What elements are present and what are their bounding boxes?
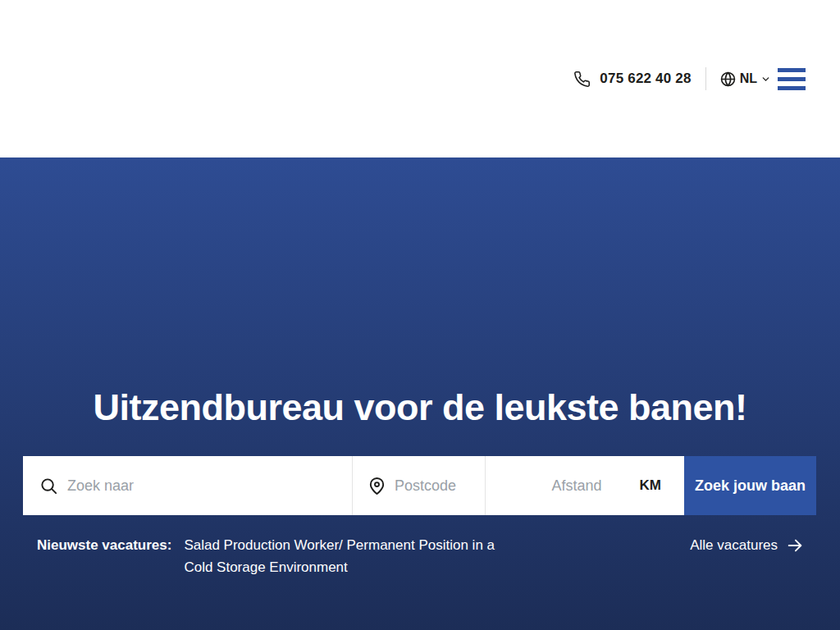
distance-unit[interactable]: KM bbox=[640, 477, 661, 494]
hamburger-menu-icon bbox=[778, 68, 806, 72]
header-actions: 075 622 40 28 NL bbox=[573, 67, 806, 90]
map-pin-icon bbox=[368, 477, 386, 495]
all-vacancies-link[interactable]: Alle vacatures bbox=[690, 534, 804, 556]
distance-input[interactable] bbox=[528, 477, 602, 495]
page: 075 622 40 28 NL Ui bbox=[0, 0, 840, 630]
postcode-input[interactable] bbox=[395, 477, 485, 495]
latest-vacancies-row: Nieuwste vacatures: Salad Production Wor… bbox=[37, 534, 804, 578]
postcode-field bbox=[353, 456, 486, 515]
chevron-down-icon bbox=[760, 74, 771, 84]
all-vacancies-label: Alle vacatures bbox=[690, 534, 778, 556]
keyword-field bbox=[23, 456, 353, 515]
distance-field: KM bbox=[486, 456, 684, 515]
arrow-right-icon bbox=[786, 536, 804, 555]
page-title: Uitzendbureau voor de leukste banen! bbox=[0, 387, 840, 428]
latest-vacancy-link[interactable]: Salad Production Worker/ Permanent Posit… bbox=[184, 534, 497, 578]
globe-icon bbox=[720, 71, 736, 87]
language-selector[interactable]: NL bbox=[720, 71, 771, 87]
keyword-input[interactable] bbox=[67, 477, 352, 495]
search-submit-button[interactable]: Zoek jouw baan bbox=[684, 456, 816, 515]
top-header: 075 622 40 28 NL bbox=[0, 0, 840, 158]
latest-vacancies-label: Nieuwste vacatures: bbox=[37, 534, 171, 556]
menu-button[interactable] bbox=[778, 68, 806, 90]
search-icon bbox=[39, 477, 58, 495]
header-divider bbox=[705, 67, 706, 90]
latest-vacancies: Nieuwste vacatures: Salad Production Wor… bbox=[37, 534, 497, 578]
phone-number: 075 622 40 28 bbox=[600, 71, 691, 87]
phone-icon bbox=[573, 71, 591, 88]
language-label: NL bbox=[740, 71, 757, 86]
hero-section: Uitzendbureau voor de leukste banen! KM bbox=[0, 158, 840, 630]
phone-link[interactable]: 075 622 40 28 bbox=[573, 71, 691, 88]
job-search-bar: KM Zoek jouw baan bbox=[23, 456, 816, 515]
